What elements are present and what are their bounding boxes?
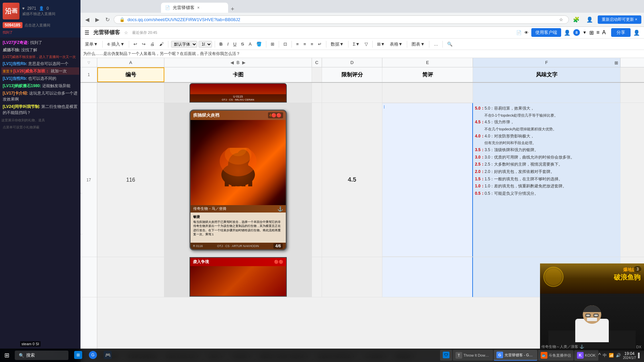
cell-1-e[interactable]: 简评 (382, 67, 473, 82)
star-icon[interactable]: ☆ (124, 30, 128, 35)
cell-1-b[interactable]: 卡图 (164, 67, 312, 82)
address-bar[interactable]: 🔒 docs.qq.com/sheet/DUVN2ZEFIRW1VSHVE?ta… (114, 15, 569, 24)
bold-btn[interactable]: B (218, 41, 224, 47)
underline-btn[interactable]: U (231, 41, 238, 47)
taskbar-app-browser[interactable]: G (86, 349, 100, 362)
col-header-a[interactable]: A (97, 58, 164, 67)
taskbar-search[interactable]: 🔍 搜索 (15, 351, 68, 360)
active-tab[interactable]: 📄 光雷驿镖客 × (161, 3, 228, 13)
forward-button[interactable]: ▶ (93, 15, 101, 24)
cell-extra-d[interactable] (322, 83, 382, 103)
start-button[interactable]: ⊞ (0, 349, 13, 362)
user-profile-icon[interactable]: 👤 (633, 29, 640, 36)
filter-btn[interactable]: ▽ (363, 41, 370, 47)
bookmark-icon[interactable]: ☆ (559, 17, 563, 22)
app-label-douyu: 斗鱼直播伴侣 (549, 353, 571, 358)
cell-extra-e[interactable] (382, 83, 473, 103)
col-f-sort-icon[interactable]: ⊞ (614, 60, 618, 65)
strikethrough-btn[interactable]: S (239, 41, 246, 47)
new-tab-button[interactable]: + (228, 6, 237, 13)
taskbar-app-tasklist[interactable]: ⊞ (71, 349, 85, 362)
cell-18-a[interactable] (97, 257, 164, 297)
chart-btn[interactable]: 图表▼ (410, 41, 426, 48)
cell-17-d[interactable]: 4.5 (322, 103, 382, 257)
font-color-btn[interactable]: A (247, 41, 253, 47)
volume-icon[interactable]: 🔊 (616, 353, 621, 358)
cell-18-c[interactable] (312, 257, 322, 297)
col-header-c[interactable]: C (312, 58, 322, 67)
cell-18-e[interactable] (382, 257, 473, 297)
cell-1-a[interactable]: 编号 (97, 67, 164, 82)
profile-button[interactable]: 👤 (584, 15, 595, 24)
col-header-d[interactable]: D (322, 58, 382, 67)
taskbar-clock[interactable]: 19:04 2024/1/7 (623, 351, 636, 360)
network-icon[interactable]: 📶 (609, 353, 614, 358)
toolbar-menu-btn[interactable]: 菜单▼ (83, 41, 100, 48)
toolbar-view-icon[interactable]: ⊞ (589, 29, 594, 36)
toolbar-icon-2[interactable]: 👁 (524, 30, 529, 35)
cell-extra-c[interactable] (312, 83, 322, 103)
print-btn[interactable]: 🖨 (149, 41, 156, 47)
border-btn[interactable]: ⊞ (269, 41, 276, 47)
show-desktop-button[interactable]: ▌ (638, 353, 641, 358)
system-tray-icon-1[interactable]: ^ (598, 352, 601, 358)
toolbar-list-icon[interactable]: ≡ (596, 29, 599, 36)
taskbar-app-spreadsheet[interactable]: G 光雷驿镖客 - Goo... (494, 350, 537, 361)
cell-extra-f[interactable] (473, 83, 621, 103)
share-button[interactable]: 分享 (611, 28, 631, 37)
taskbar-app-steam[interactable]: 🎮 (101, 349, 115, 362)
col-b-left-arrow[interactable]: ◀ (230, 60, 234, 65)
refresh-button[interactable]: ↻ (103, 15, 112, 24)
align-right-btn[interactable]: ≡ (309, 41, 315, 47)
sum-btn[interactable]: Σ▼ (351, 41, 362, 47)
freeze-btn[interactable]: ⊞▼ (375, 41, 387, 47)
cell-1-d[interactable]: 限制评分 (322, 67, 382, 82)
undo-btn[interactable]: ↩ (132, 41, 139, 47)
fill-color-btn[interactable]: 🪣 (255, 41, 263, 47)
cell-17-c[interactable] (312, 103, 322, 257)
col-header-e[interactable]: E (382, 58, 473, 67)
separator-10 (372, 41, 373, 48)
align-center-btn[interactable]: ≡ (302, 41, 308, 47)
cell-18-d[interactable] (322, 257, 382, 297)
toolbar-icon-1[interactable]: 📄 (516, 30, 522, 35)
lang-indicator[interactable]: 中 (603, 353, 607, 358)
search-placeholder: 搜索 (26, 352, 35, 358)
cell-17-e[interactable]: | (382, 103, 473, 257)
redo-btn[interactable]: ↪ (140, 41, 147, 47)
align-left-btn[interactable]: ≡ (294, 41, 301, 47)
italic-btn[interactable]: I (226, 41, 230, 47)
col-header-f[interactable]: F ⊞ (473, 58, 621, 67)
use-client-button[interactable]: 使用客户端 (531, 28, 561, 37)
insert-btn[interactable]: ⊕ 插入▼ (105, 41, 126, 48)
taskbar-app-douyu[interactable]: 🐟 斗鱼直播伴侣 (538, 350, 574, 361)
table-btn[interactable]: 表格▼ (388, 41, 405, 48)
taskbar-app-kook[interactable]: K KOOK (574, 350, 598, 361)
extensions-button[interactable]: 🧩 (571, 15, 582, 24)
cell-extra-a[interactable] (97, 83, 164, 103)
tab-close-button[interactable]: × (197, 5, 200, 10)
card-type-bar: 传奇生物－马／坐骑 ⚓ (191, 205, 286, 213)
search-btn[interactable]: 🔍 (445, 41, 454, 47)
font-select[interactable]: 默认字体 (171, 41, 197, 48)
toolbar-font-icon[interactable]: A (602, 29, 606, 36)
menu-icon[interactable]: ☰ (85, 29, 89, 36)
col-b-right-arrow[interactable]: ▶ (242, 60, 246, 65)
font-size-select[interactable]: 10 (199, 41, 212, 48)
taskbar-app-throw[interactable]: T Throw It Down (T... (453, 350, 493, 361)
toolbar-more-icon[interactable]: ▼ (583, 30, 587, 35)
cell-1-f[interactable]: 风味文字 (473, 67, 621, 82)
restart-notice[interactable]: 重新启动即可更新 × (598, 15, 641, 24)
cell-17-f[interactable]: 5.0：5.0：容易结算，效果强大， 不在0-1个topdeck处理但几乎等于输… (473, 103, 621, 257)
back-button[interactable]: ◀ (83, 15, 91, 24)
col-header-b[interactable]: ◀ B ▶ (164, 58, 312, 67)
number-format-btn[interactable]: 数据▼ (329, 41, 345, 48)
cell-1-c[interactable] (312, 67, 322, 82)
cell-17-a[interactable]: 116 (97, 103, 164, 257)
wrap-btn[interactable]: ↵ (316, 41, 323, 47)
taskbar-app-windows-security[interactable]: 🛡 (440, 350, 452, 361)
more-btn[interactable]: … (432, 41, 440, 47)
format-paint-btn[interactable]: 🖌 (158, 41, 165, 47)
header-row-1: 编号 卡图 限制评分 简评 风味文字 (97, 67, 644, 83)
merge-btn[interactable]: ⊡ (282, 41, 289, 47)
